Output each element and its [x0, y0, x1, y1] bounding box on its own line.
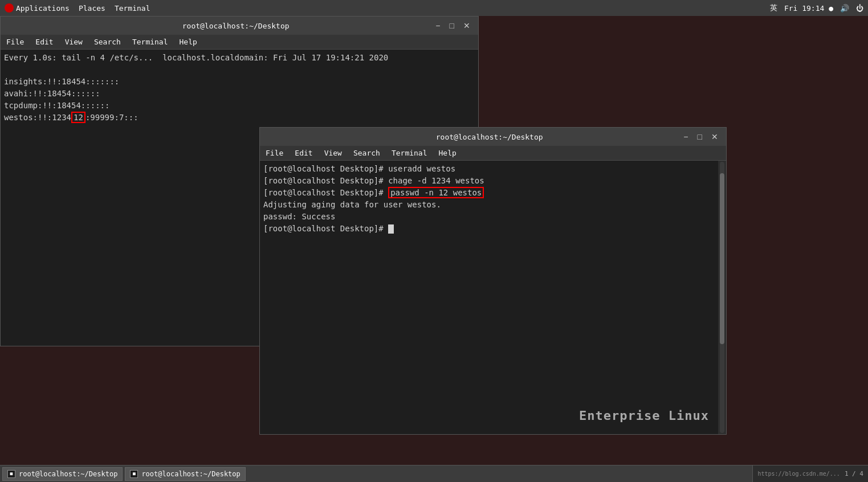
terminal-1-menu-terminal[interactable]: Terminal — [130, 36, 170, 47]
status-url: https://blog.csdn.me/... — [757, 471, 840, 477]
terminal-cursor — [388, 224, 394, 234]
terminal-2-scrollbar[interactable] — [718, 161, 726, 434]
topbar-right: 英 Fri 19:14 ● 🔊 ⏻ — [770, 3, 863, 13]
terminal-line-4: avahi:!!:18454:::::: — [4, 88, 475, 100]
taskbar: ■ root@localhost:~/Desktop ■ root@localh… — [0, 465, 868, 482]
terminal-2-menu-view[interactable]: View — [322, 148, 344, 158]
terminal-line-2 — [4, 64, 475, 76]
terminal-2-menu-terminal[interactable]: Terminal — [389, 148, 430, 158]
terminal-window-2: root@localhost:~/Desktop − □ ✕ File Edit… — [259, 127, 727, 435]
taskbar-icon-2: ■ — [130, 470, 138, 478]
status-page: 1 / 4 — [845, 470, 863, 477]
taskbar-item-2[interactable]: ■ root@localhost:~/Desktop — [125, 467, 245, 481]
t2-line-6: [root@localhost Desktop]# — [263, 223, 723, 235]
topbar-places[interactable]: Places — [79, 4, 105, 13]
topbar-terminal[interactable]: Terminal — [115, 4, 150, 13]
terminal-1-close[interactable]: ✕ — [460, 21, 474, 31]
taskbar-label-2: root@localhost:~/Desktop — [141, 470, 240, 478]
terminal-line-5: tcpdump:!!:18454:::::: — [4, 100, 475, 112]
terminal-2-content: [root@localhost Desktop]# useradd westos… — [260, 161, 726, 434]
terminal-2-maximize[interactable]: □ — [694, 132, 706, 142]
command-highlight-box: passwd -n 12 westos — [388, 187, 484, 198]
terminal-2-title: root@localhost:~/Desktop — [299, 133, 680, 141]
lang-indicator: 英 — [770, 3, 777, 13]
terminal-2-titlebar: root@localhost:~/Desktop − □ ✕ — [260, 128, 726, 146]
terminal-1-menu-view[interactable]: View — [63, 36, 85, 47]
number-highlight-box: 12 — [71, 112, 85, 123]
terminal-2-controls: − □ ✕ — [680, 132, 722, 142]
power-icon[interactable]: ⏻ — [856, 4, 863, 13]
terminal-line-1: Every 1.0s: tail -n 4 /etc/s... localhos… — [4, 52, 475, 64]
applications-label[interactable]: Applications — [16, 4, 70, 13]
terminal-1-menu-search[interactable]: Search — [92, 36, 123, 47]
taskbar-label-1: root@localhost:~/Desktop — [19, 470, 117, 478]
terminal-1-title: root@localhost:~/Desktop — [39, 22, 432, 30]
terminal-1-menu-help[interactable]: Help — [177, 36, 199, 47]
enterprise-linux-text: Enterprise Linux — [579, 409, 709, 423]
t2-line-3: [root@localhost Desktop]# passwd -n 12 w… — [263, 187, 723, 199]
scrollbar-thumb[interactable] — [720, 173, 724, 344]
terminal-2-menu-file[interactable]: File — [263, 148, 286, 158]
enterprise-linux-watermark: Enterprise Linux — [579, 409, 709, 423]
t2-line-2: [root@localhost Desktop]# chage -d 1234 … — [263, 175, 723, 187]
terminal-line-6: westos:!!:123412:99999:7::: — [4, 112, 475, 124]
terminal-1-maximize[interactable]: □ — [446, 21, 458, 31]
volume-icon[interactable]: 🔊 — [840, 4, 849, 13]
terminal-2-minimize[interactable]: − — [680, 132, 691, 142]
topbar: Applications Places Terminal 英 Fri 19:14… — [0, 0, 868, 16]
datetime-display: Fri 19:14 ● — [784, 4, 833, 13]
terminal-1-menu-edit[interactable]: Edit — [33, 36, 55, 47]
terminal-1-menubar: File Edit View Search Terminal Help — [1, 35, 478, 50]
statusbar-right: https://blog.csdn.me/... 1 / 4 — [752, 465, 868, 482]
desktop: root@localhost:~/Desktop − □ ✕ File Edit… — [0, 16, 868, 465]
places-label: Places — [79, 4, 105, 13]
terminal-1-controls: − □ ✕ — [432, 21, 474, 31]
taskbar-icon-1: ■ — [7, 470, 15, 478]
scrollbar-track — [720, 162, 724, 433]
topbar-redhat[interactable]: Applications — [5, 3, 70, 13]
terminal-1-titlebar: root@localhost:~/Desktop − □ ✕ — [1, 17, 478, 35]
t2-line-5: passwd: Success — [263, 211, 723, 223]
terminal-menu-label: Terminal — [115, 4, 150, 13]
terminal-1-minimize[interactable]: − — [432, 21, 443, 31]
topbar-left: Applications Places Terminal — [5, 3, 150, 13]
terminal-line-3: insights:!!:18454::::::: — [4, 76, 475, 88]
terminal-2-menu-search[interactable]: Search — [351, 148, 382, 158]
terminal-2-menubar: File Edit View Search Terminal Help — [260, 146, 726, 161]
terminal-1-menu-file[interactable]: File — [4, 36, 26, 47]
t2-line-1: [root@localhost Desktop]# useradd westos — [263, 163, 723, 175]
terminal-2-menu-help[interactable]: Help — [437, 148, 459, 158]
terminal-2-menu-edit[interactable]: Edit — [292, 148, 315, 158]
t2-line-4: Adjusting aging data for user westos. — [263, 199, 723, 211]
taskbar-item-1[interactable]: ■ root@localhost:~/Desktop — [2, 467, 123, 481]
terminal-2-close[interactable]: ✕ — [708, 132, 722, 142]
redhat-icon — [5, 3, 14, 13]
